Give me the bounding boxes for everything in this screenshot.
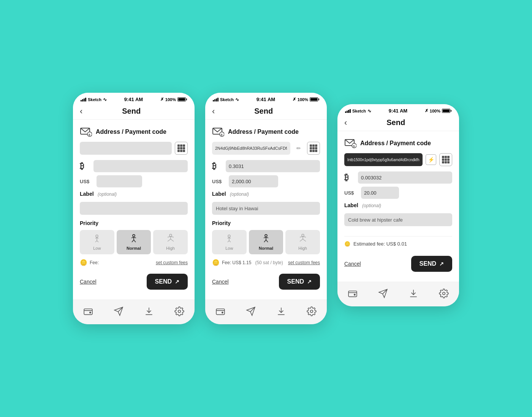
qr-button-1[interactable] bbox=[175, 142, 188, 155]
svg-text:$: $ bbox=[353, 144, 355, 148]
send-label-1: SEND bbox=[155, 278, 172, 285]
paper-plane-icon-3 bbox=[378, 289, 388, 298]
nav-settings-1[interactable] bbox=[173, 304, 186, 318]
nav-send-3[interactable] bbox=[376, 287, 390, 300]
btc-amount-input-1[interactable] bbox=[93, 160, 188, 172]
nav-receive-1[interactable] bbox=[142, 304, 156, 318]
send-button-3[interactable]: SEND ↗ bbox=[411, 256, 452, 272]
cancel-button-1[interactable]: Cancel bbox=[80, 279, 97, 285]
svg-line-13 bbox=[132, 240, 134, 242]
page-title-3: Send bbox=[386, 118, 405, 127]
usd-amount-input-1[interactable] bbox=[97, 175, 142, 187]
cancel-button-3[interactable]: Cancel bbox=[344, 261, 361, 267]
wallet-icon-2 bbox=[215, 306, 225, 316]
priority-normal-2[interactable]: Normal bbox=[249, 230, 283, 254]
svg-line-14 bbox=[134, 240, 136, 242]
custom-fee-link-2[interactable]: set custom fees bbox=[288, 260, 320, 265]
nav-receive-2[interactable] bbox=[274, 304, 288, 318]
nav-wallet-3[interactable] bbox=[346, 287, 359, 300]
priority-buttons-1: Low Normal High bbox=[80, 230, 188, 254]
time-1: 9:41 AM bbox=[124, 97, 143, 102]
qr-button-2[interactable] bbox=[307, 142, 320, 155]
label-input-1[interactable] bbox=[80, 202, 188, 215]
qr-button-3[interactable] bbox=[439, 153, 452, 166]
address-input-1[interactable] bbox=[80, 142, 172, 155]
nav-send-1[interactable] bbox=[112, 304, 125, 318]
action-row-3: Cancel SEND ↗ bbox=[344, 254, 452, 276]
back-button-1[interactable]: ‹ bbox=[80, 107, 82, 116]
usd-amount-input-3[interactable] bbox=[361, 187, 399, 199]
estimated-fee-text-3: Estimated fee: US$ 0.01 bbox=[353, 241, 407, 247]
priority-low-1[interactable]: Low bbox=[80, 230, 114, 254]
bluetooth-icon-1: ✗ bbox=[160, 97, 164, 102]
svg-point-40 bbox=[302, 234, 304, 236]
label-optional-3: (optional) bbox=[362, 203, 381, 208]
svg-line-18 bbox=[171, 236, 174, 237]
back-button-2[interactable]: ‹ bbox=[212, 107, 215, 116]
wallet-icon-3 bbox=[348, 289, 358, 298]
svg-rect-21 bbox=[84, 309, 92, 315]
priority-high-1[interactable]: High bbox=[153, 230, 188, 254]
nav-receive-3[interactable] bbox=[407, 287, 420, 300]
wifi-icon-2: ∿ bbox=[235, 97, 239, 102]
content-1: $ Address / Payment code ₿ US$ Label (o bbox=[73, 120, 195, 300]
btc-amount-input-2[interactable] bbox=[226, 160, 320, 172]
battery-icon-2 bbox=[310, 97, 319, 101]
label-input-2[interactable] bbox=[212, 202, 320, 215]
nav-settings-3[interactable] bbox=[437, 287, 451, 300]
nav-bar-3: ‹ Send bbox=[337, 116, 459, 131]
svg-point-54 bbox=[354, 294, 355, 295]
svg-point-28 bbox=[228, 235, 230, 237]
usd-label-1: US$ bbox=[80, 179, 93, 184]
usd-amount-row-2: US$ bbox=[212, 175, 320, 187]
nav-wallet-2[interactable] bbox=[214, 304, 227, 318]
battery-icon-3 bbox=[442, 109, 451, 113]
label-title-1: Label bbox=[80, 191, 94, 197]
status-bar-2: Sketch ∿ 9:41 AM ✗ 100% bbox=[205, 93, 327, 105]
wifi-icon-1: ∿ bbox=[103, 97, 107, 102]
fee-row-1: 🪙 Fee: set custom fees bbox=[80, 259, 188, 266]
usd-amount-input-2[interactable] bbox=[229, 175, 278, 187]
edit-icon-2[interactable]: ✏ bbox=[293, 143, 304, 154]
screens-container: Sketch ∿ 9:41 AM ✗ 100% ‹ Send bbox=[58, 70, 474, 347]
send-button-2[interactable]: SEND ↗ bbox=[279, 274, 320, 290]
address-input-2[interactable] bbox=[212, 142, 290, 155]
lightning-button-3[interactable]: ⚡ bbox=[426, 154, 436, 165]
priority-low-label-1: Low bbox=[93, 246, 101, 251]
nav-settings-2[interactable] bbox=[305, 304, 318, 318]
battery-pct-2: 100% bbox=[298, 97, 308, 102]
nav-wallet-1[interactable] bbox=[81, 304, 95, 318]
action-row-2: Cancel SEND ↗ bbox=[212, 272, 320, 293]
coins-icon-3: 🪙 bbox=[344, 241, 350, 247]
btc-amount-input-3[interactable] bbox=[358, 171, 452, 184]
label-input-3[interactable] bbox=[344, 213, 452, 226]
fee-text-1: Fee: bbox=[90, 260, 99, 265]
priority-high-label-2: High bbox=[298, 246, 307, 251]
svg-point-49 bbox=[310, 310, 313, 313]
usd-label-2: US$ bbox=[212, 179, 226, 184]
fee-text-2: Fee: US$ 1.15 bbox=[222, 260, 251, 265]
priority-normal-label-1: Normal bbox=[127, 246, 141, 251]
priority-low-2[interactable]: Low bbox=[212, 230, 247, 254]
priority-title-1: Priority bbox=[80, 220, 188, 226]
lightning-icon-3: ⚡ bbox=[428, 157, 434, 163]
download-icon-3 bbox=[408, 289, 418, 298]
priority-high-2[interactable]: High bbox=[285, 230, 320, 254]
status-left-2: Sketch ∿ bbox=[213, 97, 239, 102]
nav-send-2[interactable] bbox=[244, 304, 258, 318]
custom-fee-link-1[interactable]: set custom fees bbox=[156, 260, 188, 265]
svg-text:$: $ bbox=[89, 133, 90, 136]
mail-dollar-icon-1: $ bbox=[80, 126, 92, 138]
btc-icon-1: ₿ bbox=[80, 161, 90, 171]
usd-label-3: US$ bbox=[344, 190, 358, 196]
address-input-3[interactable] bbox=[344, 153, 423, 166]
address-section-header-3: $ Address / Payment code bbox=[344, 137, 452, 149]
paper-plane-icon-2 bbox=[246, 306, 256, 316]
address-section-header-2: $ Address / Payment code bbox=[212, 126, 320, 138]
bluetooth-icon-2: ✗ bbox=[293, 97, 296, 102]
send-button-1[interactable]: SEND ↗ bbox=[147, 274, 188, 290]
back-button-3[interactable]: ‹ bbox=[344, 119, 347, 127]
svg-line-17 bbox=[168, 236, 171, 237]
priority-normal-1[interactable]: Normal bbox=[117, 230, 151, 254]
cancel-button-2[interactable]: Cancel bbox=[212, 279, 229, 285]
